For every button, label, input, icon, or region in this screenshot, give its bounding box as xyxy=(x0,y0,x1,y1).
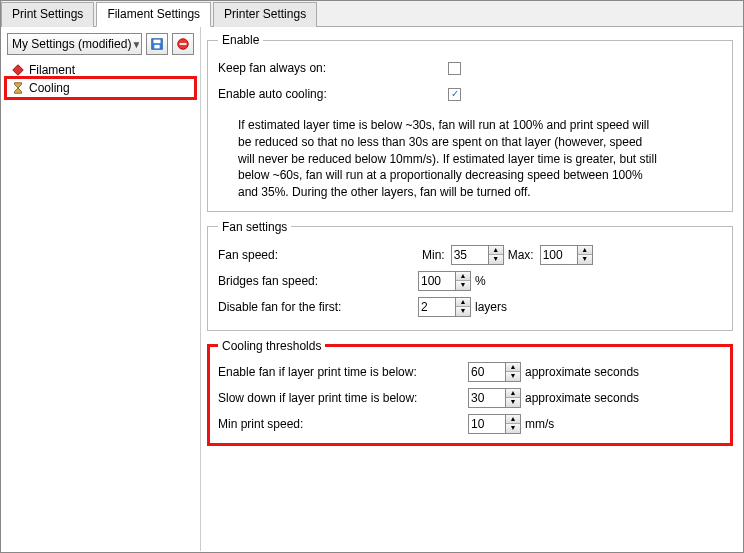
body-area: My Settings (modified) ▼ xyxy=(1,27,743,551)
nav-tree: Filament Cooling xyxy=(7,61,194,100)
keep-fan-always-on-checkbox[interactable] xyxy=(448,62,461,75)
keep-fan-always-on-label: Keep fan always on: xyxy=(218,61,448,75)
save-preset-button[interactable] xyxy=(146,33,168,55)
percent-label: % xyxy=(475,274,486,288)
disable-fan-first-label: Disable fan for the first: xyxy=(218,300,418,314)
preset-name: My Settings (modified) xyxy=(12,37,131,51)
min-print-speed-input[interactable] xyxy=(469,415,505,433)
preset-dropdown[interactable]: My Settings (modified) ▼ xyxy=(7,33,142,55)
fan-speed-label: Fan speed: xyxy=(218,248,418,262)
spin-up-icon[interactable]: ▲ xyxy=(456,298,470,307)
main-panel: Enable Keep fan always on: Enable auto c… xyxy=(201,27,743,551)
floppy-icon xyxy=(150,37,164,51)
fan-max-label: Max: xyxy=(508,248,534,262)
spin-down-icon[interactable]: ▼ xyxy=(456,281,470,290)
tab-bar: Print Settings Filament Settings Printer… xyxy=(1,1,743,27)
min-print-speed-spinner[interactable]: ▲▼ xyxy=(468,414,521,434)
fan-speed-min-spinner[interactable]: ▲▼ xyxy=(451,245,504,265)
enable-auto-cooling-checkbox[interactable] xyxy=(448,88,461,101)
fan-min-label: Min: xyxy=(422,248,445,262)
bridges-fan-speed-input[interactable] xyxy=(419,272,455,290)
slow-down-threshold-spinner[interactable]: ▲▼ xyxy=(468,388,521,408)
min-print-speed-label: Min print speed: xyxy=(218,417,468,431)
window: Print Settings Filament Settings Printer… xyxy=(0,0,744,553)
approx-seconds-label: approximate seconds xyxy=(525,391,639,405)
svg-marker-5 xyxy=(13,65,24,76)
approx-seconds-label: approximate seconds xyxy=(525,365,639,379)
svg-rect-4 xyxy=(180,43,187,45)
enable-auto-cooling-label: Enable auto cooling: xyxy=(218,87,448,101)
enable-legend: Enable xyxy=(218,33,263,47)
enable-fan-threshold-spinner[interactable]: ▲▼ xyxy=(468,362,521,382)
chevron-down-icon: ▼ xyxy=(131,39,141,50)
minus-circle-icon xyxy=(176,37,190,51)
mms-label: mm/s xyxy=(525,417,554,431)
svg-rect-1 xyxy=(154,40,161,44)
spin-down-icon[interactable]: ▼ xyxy=(506,372,520,381)
preset-row: My Settings (modified) ▼ xyxy=(7,33,194,55)
tab-filament-settings[interactable]: Filament Settings xyxy=(96,2,211,27)
layers-label: layers xyxy=(475,300,507,314)
filament-icon xyxy=(11,63,25,77)
fan-settings-legend: Fan settings xyxy=(218,220,291,234)
fan-speed-min-input[interactable] xyxy=(452,246,488,264)
cooling-thresholds-group: Cooling thresholds Enable fan if layer p… xyxy=(207,339,733,446)
tab-printer-settings[interactable]: Printer Settings xyxy=(213,2,317,27)
spin-up-icon[interactable]: ▲ xyxy=(506,363,520,372)
enable-fan-threshold-input[interactable] xyxy=(469,363,505,381)
spin-down-icon[interactable]: ▼ xyxy=(506,398,520,407)
sidebar-item-cooling[interactable]: Cooling xyxy=(4,76,197,100)
bridges-fan-speed-label: Bridges fan speed: xyxy=(218,274,418,288)
svg-rect-2 xyxy=(154,45,159,49)
spin-up-icon[interactable]: ▲ xyxy=(578,246,592,255)
sidebar: My Settings (modified) ▼ xyxy=(1,27,201,551)
fan-settings-group: Fan settings Fan speed: Min: ▲▼ Max: ▲▼ xyxy=(207,220,733,331)
disable-fan-first-input[interactable] xyxy=(419,298,455,316)
bridges-fan-speed-spinner[interactable]: ▲▼ xyxy=(418,271,471,291)
enable-group: Enable Keep fan always on: Enable auto c… xyxy=(207,33,733,212)
sidebar-item-label: Cooling xyxy=(29,81,70,95)
enable-fan-threshold-label: Enable fan if layer print time is below: xyxy=(218,365,468,379)
cooling-thresholds-legend: Cooling thresholds xyxy=(218,339,325,353)
slow-down-threshold-input[interactable] xyxy=(469,389,505,407)
sidebar-item-label: Filament xyxy=(29,63,75,77)
spin-up-icon[interactable]: ▲ xyxy=(456,272,470,281)
disable-fan-first-spinner[interactable]: ▲▼ xyxy=(418,297,471,317)
fan-speed-max-input[interactable] xyxy=(541,246,577,264)
spin-down-icon[interactable]: ▼ xyxy=(506,424,520,433)
spin-up-icon[interactable]: ▲ xyxy=(489,246,503,255)
delete-preset-button[interactable] xyxy=(172,33,194,55)
hourglass-icon xyxy=(11,81,25,95)
tab-print-settings[interactable]: Print Settings xyxy=(1,2,94,27)
cooling-description: If estimated layer time is below ~30s, f… xyxy=(238,117,658,201)
spin-up-icon[interactable]: ▲ xyxy=(506,415,520,424)
spin-down-icon[interactable]: ▼ xyxy=(489,255,503,264)
fan-speed-max-spinner[interactable]: ▲▼ xyxy=(540,245,593,265)
spin-down-icon[interactable]: ▼ xyxy=(578,255,592,264)
spin-up-icon[interactable]: ▲ xyxy=(506,389,520,398)
slow-down-threshold-label: Slow down if layer print time is below: xyxy=(218,391,468,405)
spin-down-icon[interactable]: ▼ xyxy=(456,307,470,316)
